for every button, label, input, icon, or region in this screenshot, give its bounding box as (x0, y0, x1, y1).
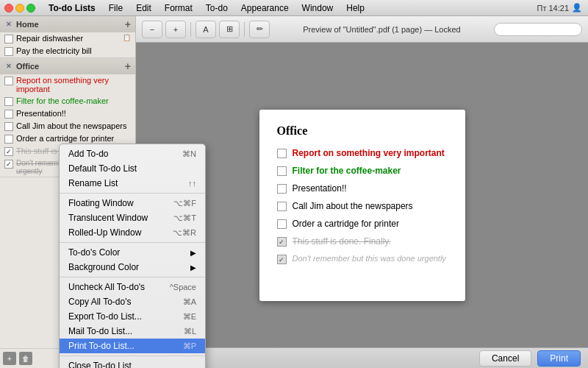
cm-todo-color-label: To-do's Color (68, 247, 120, 258)
cm-floating-window[interactable]: Floating Window ⌥⌘F (60, 196, 205, 210)
sidebar-item-presentation[interactable]: Presentation!! (0, 107, 135, 120)
sidebar-close-home[interactable]: ✕ (4, 20, 13, 29)
cm-copy-shortcut: ⌘A (183, 297, 196, 307)
cm-export-list[interactable]: Export To-do List... ⌘E (60, 309, 205, 324)
sidebar-cb-done[interactable] (4, 147, 13, 156)
cm-print-list[interactable]: Print To-do List... ⌘P (60, 339, 205, 353)
cm-rolled-shortcut: ⌥⌘R (173, 228, 196, 238)
sidebar-group-home: ✕ Home + Repair dishwasher 📋 Pay the ele… (0, 16, 135, 58)
cm-add-todo[interactable]: Add To-do ⌘N (60, 146, 205, 161)
maximize-button[interactable] (26, 4, 35, 13)
sidebar-item-repair-dishwasher[interactable]: Repair dishwasher 📋 (0, 32, 135, 45)
cm-translucent-window[interactable]: Translucent Window ⌥⌘T (60, 210, 205, 225)
zoom-out-button[interactable]: − (142, 21, 162, 38)
menubar-user-icon[interactable]: 👤 (572, 3, 582, 13)
menu-format[interactable]: Format (159, 2, 198, 14)
preview-cb-done[interactable] (277, 237, 287, 247)
preview-card: Office Report on something very importan… (259, 110, 465, 301)
sidebar-item-report[interactable]: Report on something very important (0, 74, 135, 95)
print-button[interactable]: Print (537, 350, 581, 367)
preview-item-label: Presentation!! (293, 183, 347, 194)
preview-cb-report[interactable] (277, 149, 287, 158)
cm-todo-color-arrow: ▶ (190, 249, 196, 257)
cm-mail-list[interactable]: Mail To-do List... ⌘L (60, 324, 205, 339)
preview-item-report: Report on something very important (277, 148, 448, 158)
menu-todo[interactable]: To-do (200, 2, 234, 14)
toolbar-separator-2 (244, 22, 245, 37)
preview-item-label: Report on something very important (293, 148, 445, 158)
preview-item-label: This stuff is done. Finally. (293, 236, 391, 247)
menu-help[interactable]: Help (340, 2, 370, 14)
preview-item-label: Call Jim about the newspapers (293, 201, 413, 211)
sidebar-cb-electricity[interactable] (4, 47, 13, 56)
cm-uncheck-all[interactable]: Uncheck All To-do's ^Space (60, 280, 205, 294)
sidebar-cb-presentation[interactable] (4, 110, 13, 118)
search-input[interactable] (494, 23, 582, 36)
sidebar-close-office[interactable]: ✕ (4, 62, 13, 71)
cm-rename-shortcut: ↑↑ (188, 179, 196, 188)
sidebar-cb-call[interactable] (4, 122, 13, 131)
menu-appearance[interactable]: Appearance (235, 2, 295, 14)
sidebar-item-label: Repair dishwasher (16, 34, 83, 43)
cm-floating-label: Floating Window (68, 198, 134, 208)
preview-cb-call[interactable] (277, 202, 287, 211)
cm-todo-color[interactable]: To-do's Color ▶ (60, 245, 205, 260)
menubar-time: Пт 14:21 (537, 4, 569, 13)
sidebar-cb-repair[interactable] (4, 35, 13, 43)
sidebar-add-home[interactable]: + (125, 18, 131, 30)
menubar-right-icons: Пт 14:21 👤 (537, 3, 582, 13)
minimize-button[interactable] (15, 4, 24, 13)
cm-copy-all[interactable]: Copy All To-do's ⌘A (60, 294, 205, 309)
sidebar-group-office-label: Office (16, 62, 39, 71)
cm-separator-2 (60, 242, 205, 243)
cm-rename-list[interactable]: Rename List ↑↑ (60, 176, 205, 191)
sidebar-item-call-jim[interactable]: Call Jim about the newspapers (0, 120, 135, 132)
preview-cb-presentation[interactable] (277, 184, 287, 194)
cm-background-color[interactable]: Background Color ▶ (60, 260, 205, 275)
cm-default-list-label: Default To-do List (68, 163, 137, 174)
sidebar-item-label: Call Jim about the newspapers (16, 121, 126, 130)
preview-cb-cartridge[interactable] (277, 219, 287, 229)
zoom-in-button[interactable]: + (165, 21, 186, 38)
cm-rename-list-label: Rename List (68, 178, 118, 188)
menu-edit[interactable]: Edit (130, 2, 157, 14)
annotate-button[interactable]: ✏ (249, 21, 270, 38)
sidebar-cb-cartridge[interactable] (4, 135, 13, 144)
menu-file[interactable]: File (103, 2, 129, 14)
preview-item-call-jim: Call Jim about the newspapers (277, 201, 448, 211)
traffic-lights (4, 4, 35, 13)
sidebar-item-label: Filter for the coffee-maker (16, 96, 109, 105)
menu-app-name[interactable]: To-do Lists (43, 2, 101, 14)
sidebar-item-filter[interactable]: Filter for the coffee-maker (0, 95, 135, 107)
cm-close-list[interactable]: Close To-do List (60, 358, 205, 368)
cm-rolled-label: Rolled-Up Window (68, 227, 141, 238)
preview-item-cartridge: Order a cartridge for printer (277, 219, 448, 229)
cm-uncheck-all-label: Uncheck All To-do's (68, 282, 145, 292)
cancel-button[interactable]: Cancel (479, 350, 531, 367)
preview-cb-dont-remember[interactable] (277, 255, 287, 264)
sidebar-group-home-label: Home (16, 20, 39, 29)
sidebar-cb-dont-remember[interactable] (4, 160, 13, 169)
cm-mail-label: Mail To-do List... (68, 326, 132, 336)
cm-rolled-window[interactable]: Rolled-Up Window ⌥⌘R (60, 225, 205, 240)
grid-button[interactable]: ⊞ (219, 21, 240, 38)
font-button[interactable]: A (196, 21, 216, 38)
sidebar-cb-filter[interactable] (4, 97, 13, 106)
sidebar-add-icon[interactable]: + (3, 352, 16, 365)
cm-print-label: Print To-do List... (68, 341, 135, 351)
sidebar-item-electricity[interactable]: Pay the electricity bill (0, 45, 135, 57)
sidebar-delete-icon[interactable]: 🗑 (19, 352, 32, 365)
cm-separator-3 (60, 277, 205, 277)
cm-translucent-shortcut: ⌥⌘T (173, 213, 196, 223)
preview-cb-filter[interactable] (277, 166, 287, 176)
preview-item-label: Filter for the coffee-maker (293, 166, 401, 176)
cm-copy-all-label: Copy All To-do's (68, 297, 131, 307)
close-button[interactable] (4, 4, 13, 13)
sidebar-cb-report[interactable] (4, 77, 13, 85)
cm-separator-4 (60, 355, 205, 356)
sidebar-add-office[interactable]: + (125, 60, 131, 72)
cm-default-list[interactable]: Default To-do List (60, 161, 205, 176)
menu-window[interactable]: Window (296, 2, 340, 14)
cm-add-todo-shortcut: ⌘N (182, 149, 196, 159)
sidebar-header-office: ✕ Office + (0, 58, 135, 74)
